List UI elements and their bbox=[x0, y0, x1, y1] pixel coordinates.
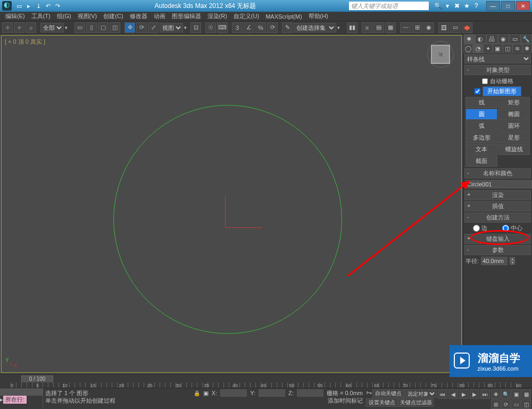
viewport[interactable]: [ + 0 顶 0 真实 ] 顶 y └ x bbox=[1, 35, 462, 373]
btn-rectangle[interactable]: 矩形 bbox=[498, 97, 530, 108]
refcoord-dropdown[interactable]: 视图 bbox=[160, 23, 183, 32]
btn-section[interactable]: 截面 bbox=[466, 156, 497, 167]
category-dropdown[interactable]: 样条线 bbox=[464, 54, 531, 63]
app-icon[interactable] bbox=[2, 1, 12, 11]
menu-help[interactable]: 帮助(H) bbox=[305, 12, 331, 20]
rollout-interpolation[interactable]: 插值 bbox=[464, 201, 531, 211]
circle-object[interactable] bbox=[113, 105, 342, 334]
vpnav-maxtoggle-icon[interactable]: ▭ bbox=[511, 399, 521, 409]
vpnav-zoom-icon[interactable]: 🔍 bbox=[501, 389, 511, 399]
schematic-icon[interactable]: ⊞ bbox=[412, 22, 422, 33]
mirror-icon[interactable]: ▮▮ bbox=[347, 22, 358, 33]
menu-group[interactable]: 组(G) bbox=[54, 12, 74, 20]
rollout-name-color[interactable]: 名称和颜色 bbox=[464, 168, 531, 178]
select-move-icon[interactable]: ✥ bbox=[124, 22, 135, 33]
snap-toggle-icon[interactable]: 3 bbox=[232, 22, 243, 33]
filter-drop-icon[interactable]: ▾ bbox=[65, 25, 70, 30]
x-input[interactable] bbox=[220, 389, 247, 397]
tab-create-icon[interactable]: ✹ bbox=[463, 34, 475, 44]
refcoord-drop-icon[interactable]: ▾ bbox=[184, 25, 189, 30]
rollout-creation-method[interactable]: 创建方法 bbox=[464, 212, 531, 223]
keyboard-shortcut-icon[interactable]: ⌨ bbox=[217, 22, 228, 33]
select-name-icon[interactable]: ▯ bbox=[86, 22, 97, 33]
layers-icon[interactable]: ▤ bbox=[373, 22, 384, 33]
rendered-frame-icon[interactable]: ▭ bbox=[450, 22, 461, 33]
startshape-button[interactable]: 开始新图形 bbox=[483, 86, 521, 96]
minimize-button[interactable]: — bbox=[486, 1, 500, 11]
select-icon[interactable]: ▭ bbox=[74, 22, 85, 33]
tab-modify-icon[interactable]: ◐ bbox=[475, 34, 487, 44]
curve-editor-icon[interactable]: 〰 bbox=[400, 22, 411, 33]
method-edge-radio[interactable] bbox=[473, 225, 480, 232]
tab-utilities-icon[interactable]: 🔧 bbox=[521, 34, 533, 44]
btn-donut[interactable]: 圆环 bbox=[498, 120, 530, 132]
help-search-input[interactable]: 键入关键字或短语 bbox=[349, 2, 429, 10]
gizmo-x-axis[interactable] bbox=[225, 227, 262, 228]
radius-input[interactable] bbox=[481, 257, 508, 265]
add-time-tag[interactable]: 添加时间标记 bbox=[328, 397, 363, 405]
close-button[interactable]: ✕ bbox=[516, 1, 530, 11]
named-selset-dropdown[interactable]: 创建选择集 bbox=[294, 23, 336, 32]
selection-lock-icon[interactable]: 🔒 bbox=[194, 390, 200, 396]
btn-helix[interactable]: 螺旋线 bbox=[498, 144, 530, 155]
pivot-icon[interactable]: ⊡ bbox=[190, 22, 201, 33]
keyfilters-button[interactable]: 关键点过滤器 bbox=[398, 398, 434, 407]
vpnav-fov-icon[interactable]: ▦ bbox=[521, 389, 531, 399]
autokey-button[interactable]: 自动关键点 bbox=[372, 389, 404, 398]
transform-gizmo[interactable] bbox=[225, 195, 226, 227]
time-slider-thumb[interactable]: 0 / 100 bbox=[21, 375, 53, 383]
btn-circle[interactable]: 圆 bbox=[466, 109, 497, 120]
selection-filter-dropdown[interactable]: 全部 bbox=[40, 23, 64, 32]
search-icon[interactable]: 🔍 bbox=[434, 2, 442, 10]
subtab-systems-icon[interactable]: ✱ bbox=[522, 44, 532, 53]
subtab-geometry-icon[interactable]: ◯ bbox=[463, 44, 473, 53]
menu-create[interactable]: 创建(C) bbox=[100, 12, 126, 20]
isolate-icon[interactable]: ▣ bbox=[203, 390, 209, 397]
viewcube-face[interactable]: 顶 bbox=[431, 45, 450, 64]
tab-hierarchy-icon[interactable]: 品 bbox=[486, 34, 498, 44]
subtab-helpers-icon[interactable]: ◫ bbox=[503, 44, 512, 53]
rollout-keyboard-entry[interactable]: 键盘输入 bbox=[464, 234, 531, 244]
edit-selset-icon[interactable]: ✎ bbox=[282, 22, 293, 33]
startshape-checkbox[interactable] bbox=[475, 88, 480, 94]
menu-rendering[interactable]: 渲染(R) bbox=[204, 12, 230, 20]
angle-snap-icon[interactable]: ∠ bbox=[244, 22, 254, 33]
menu-tools[interactable]: 工具(T) bbox=[28, 12, 54, 20]
vpnav-walk-icon[interactable]: ◫ bbox=[521, 399, 531, 409]
maximize-button[interactable]: □ bbox=[501, 1, 515, 11]
btn-text[interactable]: 文本 bbox=[466, 144, 497, 155]
favorite-icon[interactable]: ★ bbox=[463, 2, 470, 10]
btn-ellipse[interactable]: 椭圆 bbox=[498, 109, 530, 120]
key-icon[interactable]: 🗝 bbox=[366, 389, 372, 398]
bind-icon[interactable]: ⟐ bbox=[26, 22, 36, 33]
select-region-icon[interactable]: ▢ bbox=[98, 22, 109, 33]
render-icon[interactable]: 🫖 bbox=[462, 22, 472, 33]
menu-grapheditors[interactable]: 图形编辑器 bbox=[169, 12, 204, 20]
btn-arc[interactable]: 弧 bbox=[466, 120, 497, 132]
prev-frame-icon[interactable]: ◀ bbox=[448, 389, 458, 399]
exchange-icon[interactable]: ✖ bbox=[453, 2, 461, 10]
render-setup-icon[interactable]: 🖼 bbox=[438, 22, 449, 33]
window-crossing-icon[interactable]: ◫ bbox=[110, 22, 120, 33]
time-ruler[interactable]: 051015202530354045505560657075808590 bbox=[11, 382, 521, 388]
selset-drop-icon[interactable]: ▾ bbox=[337, 25, 343, 30]
viewcube[interactable]: 顶 bbox=[427, 41, 454, 68]
next-frame-icon[interactable]: ▶ bbox=[470, 389, 479, 399]
menu-customize[interactable]: 自定义(U) bbox=[230, 12, 262, 20]
subtab-lights-icon[interactable]: ✦ bbox=[483, 44, 493, 53]
link-icon[interactable]: ⟡ bbox=[2, 22, 13, 33]
graphite-icon[interactable]: ▦ bbox=[385, 22, 396, 33]
play-icon[interactable]: ▶ bbox=[459, 389, 469, 399]
keymode-dropdown[interactable]: 选定对象 bbox=[405, 389, 437, 398]
percent-snap-icon[interactable]: % bbox=[255, 22, 266, 33]
menu-animation[interactable]: 动画 bbox=[151, 12, 169, 20]
autogrid-checkbox[interactable] bbox=[482, 78, 488, 84]
subtab-cameras-icon[interactable]: ▣ bbox=[493, 44, 502, 53]
z-input[interactable] bbox=[297, 389, 323, 397]
goto-start-icon[interactable]: ⏮ bbox=[438, 389, 447, 399]
vpnav-zoomall-icon[interactable]: ⊞ bbox=[491, 399, 501, 409]
setkey-button[interactable]: 设置关键点 bbox=[366, 398, 398, 407]
select-rotate-icon[interactable]: ⟳ bbox=[136, 22, 147, 33]
tab-display-icon[interactable]: ▭ bbox=[509, 34, 521, 44]
qat-undo-icon[interactable]: ↶ bbox=[44, 2, 52, 10]
